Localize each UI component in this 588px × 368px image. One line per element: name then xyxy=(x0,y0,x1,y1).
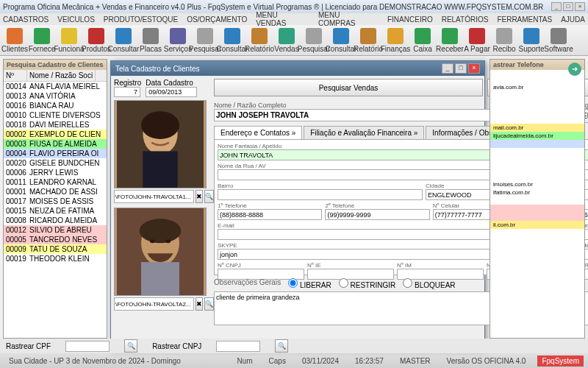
list-item[interactable]: 00015NEUZA DE FATIMA xyxy=(4,206,107,216)
list-item[interactable]: 00010CLIENTE DIVERSOS xyxy=(4,110,107,120)
client-form-dialog: Tela Cadastro de Clientes _ □ × Registro… xyxy=(110,60,485,349)
list-item[interactable]: 00004FLAVIO PEREIRA OI xyxy=(4,149,107,158)
photo2-delete-icon[interactable]: ✖ xyxy=(196,297,203,311)
menu-ferramentas[interactable]: FERRAMENTAS xyxy=(497,15,552,24)
tool-fornece[interactable]: Fornece xyxy=(29,26,55,54)
rastrear-cnpj-input[interactable] xyxy=(216,341,260,352)
list-item[interactable]: 00016BIANCA RAU xyxy=(4,101,107,110)
photo2-browse-icon[interactable]: 🔍 xyxy=(204,297,214,311)
right-item[interactable]: lijucadealmeida.com.br xyxy=(490,132,584,140)
right-item[interactable] xyxy=(490,172,584,180)
rastrear-cpf-input[interactable] xyxy=(65,341,110,352)
radio-liberar[interactable]: LIBERAR xyxy=(288,278,331,289)
list-item[interactable]: 00017MOISES DE ASSIS xyxy=(4,197,107,206)
right-item[interactable] xyxy=(490,140,584,148)
list-item[interactable]: 00011LEANDRO KARNAL xyxy=(4,177,107,187)
photo1-browse-icon[interactable]: 🔍 xyxy=(204,190,214,203)
tool-recibo[interactable]: Recibo xyxy=(491,26,517,54)
list-item[interactable]: 00009TATU DE SOUZA xyxy=(4,244,107,254)
right-item[interactable] xyxy=(490,99,584,107)
tool-finanças[interactable]: Finanças xyxy=(382,26,409,54)
list-item[interactable]: 00002EXEMPLO DE CLIEN xyxy=(4,130,107,139)
tab-filiacao[interactable]: Filiação e Avaliação Financeira » xyxy=(304,126,424,139)
right-item[interactable] xyxy=(490,197,584,205)
right-item[interactable]: lfatima.com.br xyxy=(490,188,584,197)
tool-receber[interactable]: Receber xyxy=(437,26,463,54)
menu-financeiro[interactable]: FINANCEIRO xyxy=(387,15,433,24)
menu-relatórios[interactable]: RELATÓRIOS xyxy=(442,15,489,24)
tel1-input[interactable] xyxy=(218,209,322,220)
tool-caixa[interactable]: Caixa xyxy=(409,26,436,54)
list-item[interactable]: 00008RICARDO ALMEIDA xyxy=(4,216,107,225)
right-item[interactable]: il.com.br xyxy=(490,221,584,229)
tel2-input[interactable] xyxy=(325,209,429,220)
cnpj-search-icon[interactable]: 🔍 xyxy=(275,339,288,353)
photo1-path[interactable] xyxy=(114,190,194,203)
tool-relatório[interactable]: Relatório xyxy=(355,26,381,54)
tool-consultar[interactable]: Consultar xyxy=(328,26,354,54)
photo2-path[interactable] xyxy=(114,297,194,311)
list-item[interactable]: 00018DAVI MEIRELLES xyxy=(4,120,107,130)
bairro-input[interactable] xyxy=(218,189,423,200)
list-item[interactable]: 00020GISELE BUNDCHEN xyxy=(4,158,107,168)
right-item[interactable]: mail.com.br xyxy=(490,124,584,132)
close-icon[interactable]: × xyxy=(575,2,585,11)
list-item[interactable]: 00001MACHADO DE ASSI xyxy=(4,187,107,197)
tool-suporte[interactable]: Suporte xyxy=(518,26,545,54)
menu-os/orçamento[interactable]: OS/ORÇAMENTO xyxy=(187,15,247,24)
menu-menu compras[interactable]: MENU COMPRAS xyxy=(318,11,379,27)
tool-consultar[interactable]: Consultar xyxy=(219,26,245,54)
list-item[interactable]: 00013ANA VITÓRIA xyxy=(4,91,107,101)
data-cadastro-input[interactable] xyxy=(146,87,197,97)
dialog-min-icon[interactable]: _ xyxy=(442,63,453,74)
dialog-close-icon[interactable]: × xyxy=(468,63,480,74)
registro-input[interactable] xyxy=(114,87,140,97)
right-item[interactable] xyxy=(490,107,584,116)
right-item[interactable] xyxy=(490,91,584,99)
svg-point-2 xyxy=(141,111,179,139)
list-item[interactable]: 00012SILVIO DE ABREU xyxy=(4,225,107,235)
arrow-icon[interactable]: ➜ xyxy=(568,63,581,76)
tool-pesquisar[interactable]: Pesquisar xyxy=(192,26,218,54)
tool-produtos[interactable]: Produtos xyxy=(83,26,110,54)
right-item[interactable] xyxy=(490,156,584,164)
right-item[interactable] xyxy=(490,213,584,221)
tool-software[interactable]: Software xyxy=(545,26,572,54)
list-item[interactable]: 00014ANA FLAVIA MEIREL xyxy=(4,82,107,91)
right-item[interactable] xyxy=(490,205,584,213)
dialog-max-icon[interactable]: □ xyxy=(455,63,467,74)
photo1-delete-icon[interactable]: ✖ xyxy=(196,190,203,203)
radio-restringir[interactable]: RESTRINGIR xyxy=(339,278,395,289)
menu-produto/estoque[interactable]: PRODUTO/ESTOQUE xyxy=(104,15,178,24)
right-item[interactable] xyxy=(490,148,584,156)
cpf-search-icon[interactable]: 🔍 xyxy=(124,339,137,353)
maximize-icon[interactable]: □ xyxy=(563,2,573,11)
menu-cadastros[interactable]: CADASTROS xyxy=(3,15,49,24)
tool-a pagar[interactable]: A Pagar xyxy=(464,26,490,54)
tool-consultar[interactable]: Consultar xyxy=(110,26,137,54)
right-item[interactable]: avia.com.br xyxy=(490,83,584,91)
minimize-icon[interactable]: _ xyxy=(551,2,562,11)
right-item[interactable] xyxy=(490,229,584,237)
list-item[interactable]: 00019THEODOR KLEIN xyxy=(4,254,107,263)
right-item[interactable] xyxy=(490,116,584,124)
tool-serviços[interactable]: Serviços xyxy=(165,26,191,54)
menu-ajuda[interactable]: AJUDA xyxy=(561,15,585,24)
tool-clientes[interactable]: Clientes xyxy=(1,26,28,54)
menu-menu vendas[interactable]: MENU VENDAS xyxy=(256,11,309,27)
tool-vendas[interactable]: Vendas xyxy=(273,26,300,54)
list-item[interactable]: 00006JERRY LEWIS xyxy=(4,168,107,177)
tool-funciona[interactable]: Funciona xyxy=(56,26,82,54)
list-item[interactable]: 00003FIUSA DE ALMEIDA xyxy=(4,139,107,149)
radio-bloquear[interactable]: BLOQUEAR xyxy=(403,278,455,289)
tab-endereco[interactable]: Endereço e Contatos » xyxy=(214,126,302,139)
menu-veiculos[interactable]: VEICULOS xyxy=(57,15,95,24)
app-title: Programa Oficina Mecânica + Vendas e Fin… xyxy=(3,3,543,11)
tool-placas[interactable]: Placas xyxy=(137,26,164,54)
list-item[interactable]: 00005TANCREDO NEVES xyxy=(4,235,107,244)
pesquisar-vendas-button[interactable]: Pesquisar Vendas xyxy=(214,79,483,96)
right-item[interactable]: lmoises.com.br xyxy=(490,180,584,188)
right-item[interactable] xyxy=(490,164,584,172)
tool-relatório[interactable]: Relatório xyxy=(246,26,273,54)
tool-pesquisar[interactable]: Pesquisar xyxy=(301,26,327,54)
